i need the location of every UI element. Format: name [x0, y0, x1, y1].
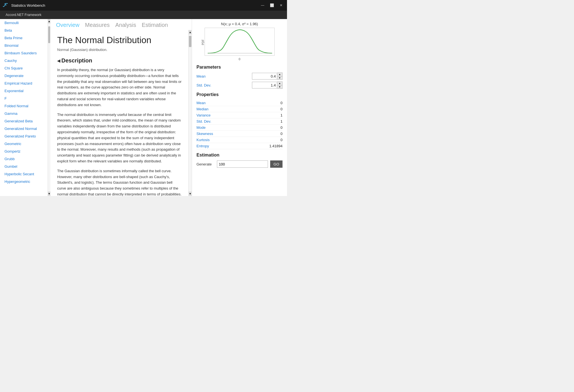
- menubar: Accord.NET Framework: [0, 11, 287, 19]
- properties-list: Mean0Median0Variance1Std. Dev.1Mode0Skew…: [196, 100, 283, 149]
- property-row-mode: Mode0: [196, 125, 283, 131]
- sidebar-item-generalized-normal[interactable]: Generalized Normal: [0, 125, 50, 132]
- sidebar-list: BernoulliBetaBeta PrimeBinomialBirnbaum …: [0, 19, 50, 196]
- sidebar-item-bernoulli[interactable]: Bernoulli: [0, 19, 50, 27]
- content-area: OverviewMeasuresAnalysisEstimation The N…: [50, 19, 287, 196]
- chart-y-label: PDF: [201, 39, 204, 45]
- chart-x-label: 0: [196, 57, 283, 61]
- estimation-row: Generate GO: [196, 160, 283, 168]
- right-panel: N(x; μ = 0.4, σ² = 1.96) PDF 0 Parameter…: [192, 19, 287, 196]
- prop-label-skewness: Skewness: [196, 132, 260, 136]
- prop-label-entropy: Entropy: [196, 144, 260, 148]
- sidebar-item-chi-square[interactable]: Chi Square: [0, 64, 50, 72]
- property-row-std-dev.: Std. Dev.1: [196, 118, 283, 125]
- sidebar-scroll-thumb[interactable]: [48, 26, 50, 43]
- estimation-title: Estimation: [196, 153, 283, 158]
- stddev-param-label: Std. Dev.: [196, 83, 222, 87]
- stddev-param-row: Std. Dev. ▲ ▼: [196, 81, 283, 89]
- generate-input[interactable]: [217, 160, 268, 168]
- sidebar-scroll-down[interactable]: ▼: [48, 192, 50, 196]
- go-button[interactable]: GO: [270, 160, 283, 168]
- minimize-button[interactable]: —: [259, 3, 266, 8]
- prop-label-std.-dev.: Std. Dev.: [196, 119, 260, 123]
- mean-spin-up[interactable]: ▲: [277, 73, 282, 76]
- mean-spin-down[interactable]: ▼: [277, 76, 282, 80]
- app-title: Statistics Workbench: [11, 3, 45, 8]
- sidebar-item-grubb[interactable]: Grubb: [0, 155, 50, 163]
- stddev-param-input-wrapper: ▲ ▼: [222, 81, 283, 89]
- menubar-framework[interactable]: Accord.NET Framework: [3, 12, 44, 18]
- parameters-title: Parameters: [196, 65, 283, 70]
- property-row-mean: Mean0: [196, 100, 283, 106]
- prop-label-variance: Variance: [196, 113, 260, 117]
- tab-overview[interactable]: Overview: [56, 22, 79, 30]
- stddev-spin-down[interactable]: ▼: [277, 85, 282, 88]
- chart-title: N(x; μ = 0.4, σ² = 1.96): [196, 22, 283, 26]
- sidebar-item-beta-prime[interactable]: Beta Prime: [0, 34, 50, 42]
- sidebar-item-f[interactable]: F: [0, 95, 50, 102]
- sidebar-item-generalized-pareto[interactable]: Generalized Pareto: [0, 132, 50, 140]
- description-header-text: Description: [61, 57, 92, 64]
- property-row-entropy: Entropy1.41894: [196, 143, 283, 149]
- sidebar-item-gumbel[interactable]: Gumbel: [0, 163, 50, 170]
- stddev-spin-up[interactable]: ▲: [277, 82, 282, 85]
- prop-value-mode: 0: [260, 125, 283, 130]
- prop-label-mode: Mode: [196, 125, 260, 130]
- mean-param-input-wrapper: ▲ ▼: [222, 73, 283, 80]
- prop-value-entropy: 1.41894: [260, 144, 283, 148]
- content-scroll-up[interactable]: ▲: [189, 30, 192, 34]
- stddev-param-input[interactable]: [252, 82, 277, 88]
- maximize-button[interactable]: ⬜: [268, 3, 276, 8]
- sidebar-scroll-up[interactable]: ▲: [48, 19, 50, 24]
- content-scroll-thumb[interactable]: [189, 36, 191, 47]
- mean-param-input[interactable]: [252, 73, 277, 80]
- tabs-bar: OverviewMeasuresAnalysisEstimation: [50, 19, 192, 30]
- prop-value-mean: 0: [260, 101, 283, 105]
- description-para-1: In probability theory, the normal (or Ga…: [57, 67, 182, 108]
- stddev-spin-buttons: ▲ ▼: [277, 81, 283, 89]
- prop-value-variance: 1: [260, 113, 283, 117]
- content-scroll-down[interactable]: ▼: [189, 192, 192, 196]
- prop-value-std.-dev.: 1: [260, 119, 283, 123]
- sidebar: ▲ ▼ BernoulliBetaBeta PrimeBinomialBirnb…: [0, 19, 50, 196]
- sidebar-item-generalized-beta[interactable]: Generalized Beta: [0, 117, 50, 125]
- sidebar-item-beta[interactable]: Beta: [0, 27, 50, 34]
- sidebar-item-degenerate[interactable]: Degenerate: [0, 72, 50, 80]
- mean-spin-buttons: ▲ ▼: [277, 73, 283, 80]
- tab-measures[interactable]: Measures: [85, 22, 110, 30]
- distribution-title: The Normal Distribution: [57, 35, 182, 45]
- tab-analysis[interactable]: Analysis: [115, 22, 136, 30]
- sidebar-item-exponential[interactable]: Exponential: [0, 87, 50, 95]
- sidebar-item-birnbaum-saunders[interactable]: Birnbaum Saunders: [0, 49, 50, 57]
- app-logo: 𝓕: [3, 2, 9, 8]
- sidebar-item-hyperbolic-secant[interactable]: Hyperbolic Secant: [0, 170, 50, 178]
- sidebar-item-gompertz[interactable]: Gompertz: [0, 148, 50, 155]
- sidebar-scroll-track: [48, 24, 50, 192]
- content-scroll-track: [189, 34, 192, 192]
- prop-value-median: 0: [260, 107, 283, 111]
- property-row-kurtosis: Kurtosis0: [196, 137, 283, 143]
- description-para-2: The normal distribution is immensely use…: [57, 112, 182, 164]
- content-body: The Normal Distribution Normal (Gaussian…: [50, 30, 188, 196]
- sidebar-item-cauchy[interactable]: Cauchy: [0, 57, 50, 64]
- tab-estimation[interactable]: Estimation: [142, 22, 168, 30]
- sidebar-item-hypergeometric[interactable]: Hypergeometric: [0, 178, 50, 185]
- sidebar-scrollbar[interactable]: ▲ ▼: [48, 19, 50, 196]
- close-button[interactable]: ✕: [278, 3, 284, 8]
- sidebar-item-folded-normal[interactable]: Folded Normal: [0, 102, 50, 110]
- sidebar-item-gamma[interactable]: Gamma: [0, 110, 50, 117]
- property-row-median: Median0: [196, 106, 283, 112]
- chart-svg: [205, 28, 275, 56]
- prop-label-mean: Mean: [196, 101, 260, 105]
- generate-label: Generate: [196, 162, 215, 166]
- sidebar-item-empirical-hazard[interactable]: Empirical Hazard: [0, 80, 50, 87]
- main-container: ▲ ▼ BernoulliBetaBeta PrimeBinomialBirnb…: [0, 19, 287, 196]
- sidebar-item-geometric[interactable]: Geometric: [0, 140, 50, 148]
- section-triangle-icon: ◀: [57, 59, 60, 63]
- prop-value-kurtosis: 0: [260, 138, 283, 142]
- content-scrollbar[interactable]: ▲ ▼: [188, 30, 192, 196]
- description-section-header: ◀ Description: [57, 57, 182, 64]
- main-content-scroll[interactable]: The Normal Distribution Normal (Gaussian…: [50, 30, 188, 196]
- sidebar-item-binomial[interactable]: Binomial: [0, 42, 50, 49]
- property-row-variance: Variance1: [196, 112, 283, 118]
